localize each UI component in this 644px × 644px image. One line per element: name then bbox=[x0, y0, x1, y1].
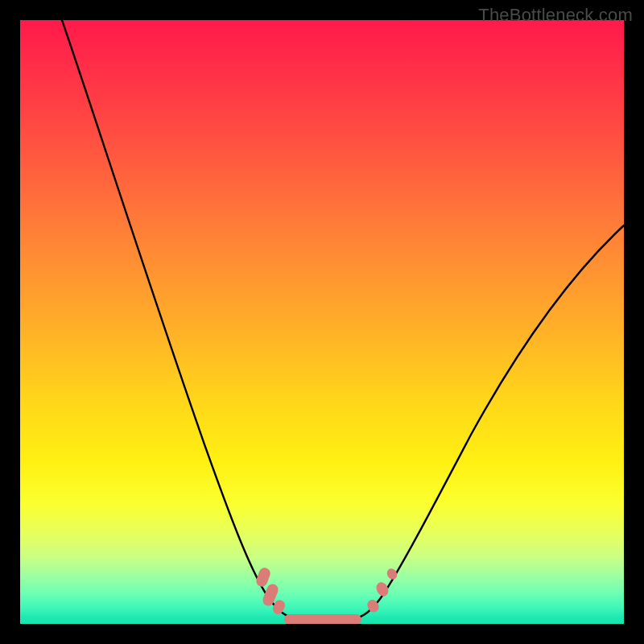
curve-svg bbox=[20, 20, 624, 624]
marker-bottom-bar bbox=[284, 614, 361, 624]
marker-dot bbox=[374, 580, 391, 598]
chart-frame: TheBottleneck.com bbox=[0, 0, 644, 644]
bottleneck-curve bbox=[62, 20, 624, 621]
watermark-text: TheBottleneck.com bbox=[478, 5, 633, 26]
marker-dot bbox=[385, 567, 398, 581]
marker-group bbox=[254, 566, 398, 624]
plot-area bbox=[20, 20, 624, 624]
